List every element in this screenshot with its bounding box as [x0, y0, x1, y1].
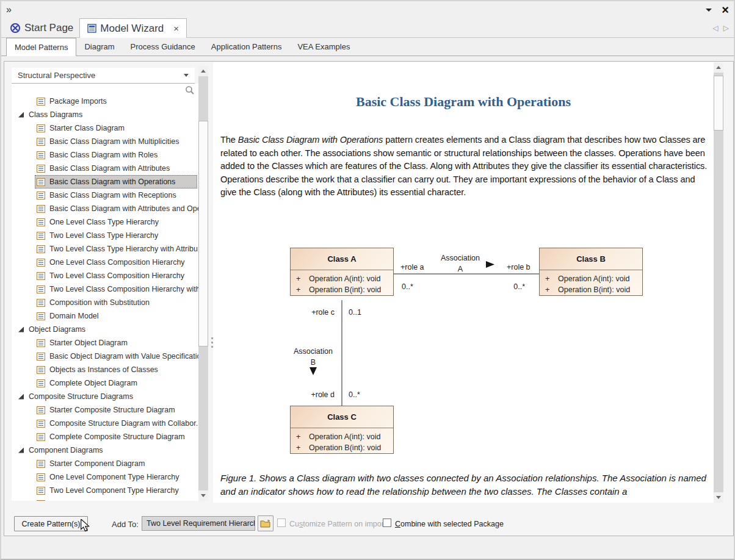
perspective-value: Structural Perspective	[18, 71, 95, 80]
diagram-pattern-icon	[37, 259, 45, 267]
diagram-pattern-icon	[37, 339, 45, 347]
diagram-pattern-icon	[37, 205, 45, 213]
sidebar-scrollbar[interactable]	[198, 66, 208, 501]
tree-item[interactable]: One Level Class Composition Hierarchy	[12, 256, 198, 269]
diagram-pattern-icon	[37, 272, 45, 280]
combine-package-checkbox[interactable]	[383, 519, 391, 527]
tree-item[interactable]: Domain Model	[12, 309, 198, 323]
tree-item[interactable]: Starter Class Diagram	[12, 121, 198, 135]
tree-group[interactable]: Component Diagrams	[12, 443, 198, 457]
tree-group[interactable]: Composite Structure Diagrams	[12, 390, 198, 403]
tree-item[interactable]: Basic Class Diagram with Attributes and …	[12, 202, 198, 215]
pattern-document: Basic Class Diagram with Operations The …	[213, 62, 714, 503]
tree-item[interactable]: One Level Class Type Hierarchy	[12, 215, 198, 229]
diagram-pattern-icon	[37, 379, 45, 387]
association-name: Association	[430, 254, 491, 262]
role-label: +role a	[400, 263, 424, 271]
search-icon[interactable]	[185, 85, 195, 95]
scrollbar-thumb[interactable]	[714, 76, 723, 131]
tab-diagram[interactable]: Diagram	[76, 38, 122, 56]
add-to-field[interactable]: Two Level Requirement Hierarchy	[142, 516, 255, 531]
diagram-pattern-icon	[37, 487, 45, 495]
page-title: Basic Class Diagram with Operations	[213, 94, 714, 110]
association-name: Association	[283, 347, 344, 356]
tree-item-selected[interactable]: Basic Class Diagram with Operations	[12, 175, 198, 188]
figure-caption: Figure 1. Shows a Class diagram with two…	[220, 472, 710, 498]
tree-item[interactable]: Basic Object Diagram with Value Specific…	[12, 350, 198, 363]
create-patterns-button[interactable]: Create Pattern(s)	[14, 516, 88, 531]
multiplicity-label: 0..*	[349, 390, 360, 399]
scrollbar-thumb[interactable]	[198, 121, 208, 346]
wizard-tab-bar: Model Patterns Diagram Process Guidance …	[1, 38, 734, 56]
diagram-pattern-icon	[37, 285, 45, 293]
toolbar-overflow-icon[interactable]: »	[6, 4, 12, 15]
diagram-pattern-icon	[37, 165, 45, 173]
tab-model-patterns[interactable]: Model Patterns	[6, 38, 76, 56]
tree-item[interactable]: Complete Object Diagram	[12, 376, 198, 390]
window-menu-caret-icon[interactable]	[706, 9, 712, 12]
mouse-cursor	[79, 519, 91, 532]
document-scrollbar[interactable]	[714, 62, 723, 503]
uml-class-a: Class A +Operation A(int): void +Operati…	[290, 248, 394, 296]
tree-group[interactable]: Class Diagrams	[12, 108, 198, 121]
diagram-pattern-icon	[37, 151, 45, 159]
scroll-up-icon[interactable]	[714, 62, 723, 73]
diagram-pattern-icon	[37, 218, 45, 226]
role-label: +role b	[507, 263, 530, 271]
tree-item[interactable]	[12, 497, 198, 501]
tree-item[interactable]: One Level Component Type Hierarchy	[12, 470, 198, 484]
tree-group[interactable]: Object Diagrams	[12, 323, 198, 336]
tab-process-guidance[interactable]: Process Guidance	[123, 38, 203, 56]
tree-item[interactable]: Basic Class Diagram with Attributes	[12, 162, 198, 175]
tab-nav-prev-icon[interactable]: ◁	[713, 24, 719, 32]
scroll-down-icon[interactable]	[714, 492, 723, 503]
tree-item[interactable]: Two Level Class Composition Hierarchy wi…	[12, 282, 198, 296]
tree-item[interactable]: Basic Class Diagram with Multiplicities	[12, 135, 198, 148]
scroll-down-icon[interactable]	[198, 490, 208, 501]
perspective-dropdown[interactable]: Structural Perspective	[12, 68, 195, 84]
tree-item[interactable]: Complete Composite Structure Diagram	[12, 430, 198, 443]
tab-close-icon[interactable]: ×	[173, 23, 179, 34]
scroll-up-icon[interactable]	[198, 66, 208, 76]
association-name: B	[283, 358, 344, 367]
expanded-triangle-icon	[18, 112, 24, 118]
expanded-triangle-icon	[18, 448, 24, 453]
uml-class-b: Class B +Operation A(int): void +Operati…	[539, 248, 643, 296]
diagram-pattern-icon	[37, 299, 45, 307]
intro-paragraph: The Basic Class Diagram with Operations …	[220, 134, 710, 199]
multiplicity-label: 0..*	[491, 282, 525, 291]
diagram-pattern-icon	[37, 98, 45, 106]
tab-application-patterns[interactable]: Application Patterns	[203, 38, 290, 56]
tree-item[interactable]: Starter Object Diagram	[12, 336, 198, 350]
customize-pattern-checkbox	[277, 519, 286, 527]
tree-item[interactable]: Two Level Class Type Hierarchy with Attr…	[12, 242, 198, 256]
expanded-triangle-icon	[18, 394, 24, 400]
tab-label: Start Page	[24, 22, 73, 34]
application-window: » × Start Page Model Wizard × ◁ ▷	[0, 0, 735, 560]
tree-item[interactable]: Composite Structure Diagram with Collabo…	[12, 417, 198, 430]
role-label: +role c	[286, 308, 335, 317]
tree-item[interactable]: Starter Component Diagram	[12, 457, 198, 470]
tree-item[interactable]: Package Imports	[12, 95, 198, 108]
tree-item[interactable]: Composition with Substitution	[12, 296, 198, 309]
tab-start-page[interactable]: Start Page	[4, 18, 79, 37]
tree-item[interactable]: Basic Class Diagram with Roles	[12, 148, 198, 162]
tree-item[interactable]: Two Level Class Composition Hierarchy	[12, 269, 198, 282]
tab-nav-next-icon[interactable]: ▷	[723, 24, 729, 32]
tree-item[interactable]: Two Level Component Type Hierarchy	[12, 484, 198, 497]
multiplicity-label: 0..*	[402, 282, 413, 291]
tree-item[interactable]: Two Level Class Type Hierarchy	[12, 229, 198, 242]
folder-icon	[260, 519, 271, 528]
ea-start-page-icon	[10, 23, 21, 34]
tab-model-wizard[interactable]: Model Wizard ×	[79, 18, 187, 38]
expanded-triangle-icon	[18, 327, 24, 332]
tree-item[interactable]: Objects as Instances of Classes	[12, 363, 198, 376]
tab-vea-examples[interactable]: VEA Examples	[289, 38, 358, 56]
tree-item[interactable]: Basic Class Diagram with Receptions	[12, 188, 198, 202]
tree-item[interactable]: Starter Composite Structure Diagram	[12, 403, 198, 417]
diagram-pattern-icon	[37, 406, 45, 414]
window-close-icon[interactable]: ×	[722, 4, 729, 15]
title-bar: » ×	[1, 1, 734, 18]
model-wizard-icon	[87, 24, 96, 33]
browse-package-button[interactable]	[258, 515, 273, 531]
